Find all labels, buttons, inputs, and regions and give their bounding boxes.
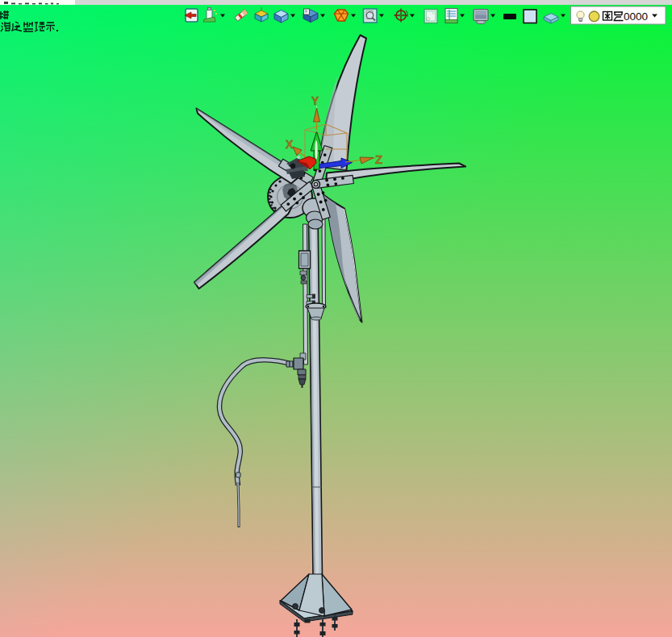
svg-text:Z: Z xyxy=(375,152,382,166)
svg-text:0000: 0000 xyxy=(624,10,648,23)
svg-text:Y: Y xyxy=(311,94,319,107)
svg-text:X: X xyxy=(286,138,294,151)
